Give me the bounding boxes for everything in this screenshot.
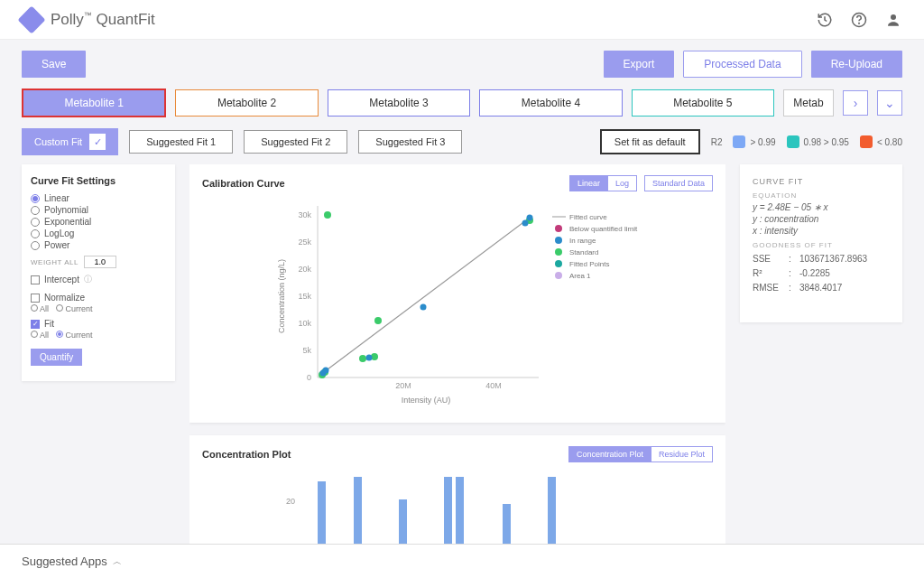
svg-text:25k: 25k (298, 238, 311, 247)
pill-concentration[interactable]: Concentration Plot (568, 446, 651, 462)
weight-all-row: WEIGHT ALL (31, 256, 166, 268)
svg-point-1 (859, 23, 860, 23)
svg-line-16 (320, 218, 530, 375)
svg-text:Below quantified limit: Below quantified limit (569, 225, 638, 233)
tabs-dropdown-button[interactable]: ⌄ (877, 90, 902, 116)
curve-fit-info-panel: CURVE FIT EQUATION y = 2.48E − 05 ∗ x y … (740, 164, 902, 322)
radio-linear[interactable]: Linear (31, 193, 166, 203)
svg-point-19 (324, 211, 331, 219)
svg-point-25 (323, 368, 329, 374)
custom-fit-button[interactable]: Custom Fit ✓ (22, 128, 118, 155)
tab-metabolite-1[interactable]: Metabolite 1 (22, 89, 166, 117)
help-icon[interactable] (850, 11, 868, 29)
radio-power[interactable]: Power (31, 240, 166, 250)
svg-point-26 (366, 355, 373, 361)
tab-metabolite-4[interactable]: Metabolite 4 (479, 89, 622, 117)
svg-text:Area 1: Area 1 (569, 272, 591, 280)
svg-text:30k: 30k (298, 210, 311, 219)
svg-text:Fitted curve: Fitted curve (569, 213, 607, 221)
check-icon: ✓ (89, 134, 106, 150)
radio-exponential[interactable]: Exponential (31, 217, 166, 227)
set-fit-default-button[interactable]: Set fit as default (600, 129, 700, 154)
processed-data-button[interactable]: Processed Data (683, 51, 801, 78)
svg-text:0: 0 (307, 373, 311, 382)
history-icon[interactable] (816, 11, 834, 29)
pill-log[interactable]: Log (607, 175, 637, 191)
suggested-fit-1-button[interactable]: Suggested Fit 1 (129, 130, 233, 154)
svg-text:Standard: Standard (569, 248, 598, 256)
svg-text:20: 20 (286, 497, 295, 506)
svg-text:Concentration (ng/L): Concentration (ng/L) (277, 259, 286, 333)
export-button[interactable]: Export (604, 51, 675, 78)
svg-text:Intensity (AU): Intensity (AU) (402, 396, 451, 405)
app-title: Polly™ QuantFit (51, 11, 155, 29)
svg-text:In range: In range (569, 237, 596, 245)
app-logo (17, 5, 45, 33)
sse-row: SSE:103671367.8963 (753, 254, 890, 264)
svg-text:20k: 20k (298, 265, 311, 274)
svg-text:10k: 10k (298, 319, 311, 328)
svg-point-2 (891, 14, 896, 20)
reupload-button[interactable]: Re-Upload (811, 51, 902, 78)
svg-point-27 (420, 304, 427, 311)
save-button[interactable]: Save (22, 51, 86, 78)
svg-point-36 (555, 248, 562, 256)
radio-polynomial[interactable]: Polynomial (31, 205, 166, 215)
svg-point-40 (555, 272, 562, 279)
radio-loglog[interactable]: LogLog (31, 228, 166, 238)
svg-text:20M: 20M (395, 381, 411, 390)
svg-text:Fitted Points: Fitted Points (569, 260, 609, 268)
svg-point-29 (527, 215, 533, 221)
tab-metabolite-2[interactable]: Metabolite 2 (175, 89, 318, 117)
checkbox-fit[interactable]: Fit (31, 319, 166, 329)
svg-text:5k: 5k (302, 346, 311, 355)
fit-current[interactable]: Current (56, 331, 93, 340)
r2-legend-med: 0.98 > 0.95 (787, 135, 849, 148)
pill-linear[interactable]: Linear (569, 175, 607, 191)
calibration-curve-card: Calibration Curve Linear Log Standard Da… (189, 164, 725, 423)
r2-legend-high: > 0.99 (733, 135, 775, 148)
plot-toggle[interactable]: Concentration Plot Residue Plot (568, 446, 713, 462)
svg-text:40M: 40M (485, 381, 502, 390)
r2-legend-low: < 0.80 (860, 135, 902, 148)
pill-standard-data[interactable]: Standard Data (644, 175, 713, 191)
checkbox-intercept[interactable]: Intercept ⓘ (31, 274, 166, 285)
user-icon[interactable] (884, 11, 902, 29)
tabs-next-button[interactable]: › (843, 90, 868, 116)
suggested-fit-3-button[interactable]: Suggested Fit 3 (358, 130, 462, 154)
suggested-apps-bar[interactable]: Suggested Apps ︿ (0, 544, 924, 578)
weight-input[interactable] (84, 256, 116, 268)
tab-metabolite-5[interactable]: Metabolite 5 (632, 89, 774, 117)
normalize-current[interactable]: Current (56, 304, 93, 313)
r2-label: R2 (711, 137, 723, 147)
normalize-all[interactable]: All (31, 304, 49, 313)
svg-point-22 (374, 317, 382, 324)
svg-point-20 (359, 355, 366, 362)
concentration-title: Concentration Plot (202, 449, 291, 460)
pill-residue[interactable]: Residue Plot (651, 446, 713, 462)
tab-metabolite-6-truncated[interactable]: Metab (783, 89, 834, 117)
svg-point-32 (555, 225, 562, 232)
r2-row: R²:-0.2285 (753, 268, 890, 278)
settings-title: Curve Fit Settings (31, 175, 166, 186)
calibration-title: Calibration Curve (202, 178, 285, 189)
svg-point-28 (522, 220, 529, 227)
svg-text:15k: 15k (298, 292, 311, 301)
suggested-fit-2-button[interactable]: Suggested Fit 2 (244, 130, 347, 154)
chevron-up-icon: ︿ (113, 555, 122, 568)
curve-fit-settings-panel: Curve Fit Settings Linear Polynomial Exp… (22, 164, 175, 381)
svg-point-38 (555, 260, 562, 267)
checkbox-normalize[interactable]: Normalize (31, 293, 166, 303)
tab-metabolite-3[interactable]: Metabolite 3 (328, 89, 470, 117)
fit-all[interactable]: All (31, 331, 49, 340)
calibration-curve-chart: 0 5k 10k 15k 20k 25k 30k 20M 40M Intensi… (202, 197, 713, 409)
rmse-row: RMSE:3848.4017 (753, 283, 890, 293)
svg-point-34 (555, 237, 562, 244)
scale-toggle[interactable]: Linear Log (569, 175, 637, 191)
quantify-button[interactable]: Quantify (31, 349, 82, 366)
curve-fit-heading: CURVE FIT (753, 177, 890, 186)
